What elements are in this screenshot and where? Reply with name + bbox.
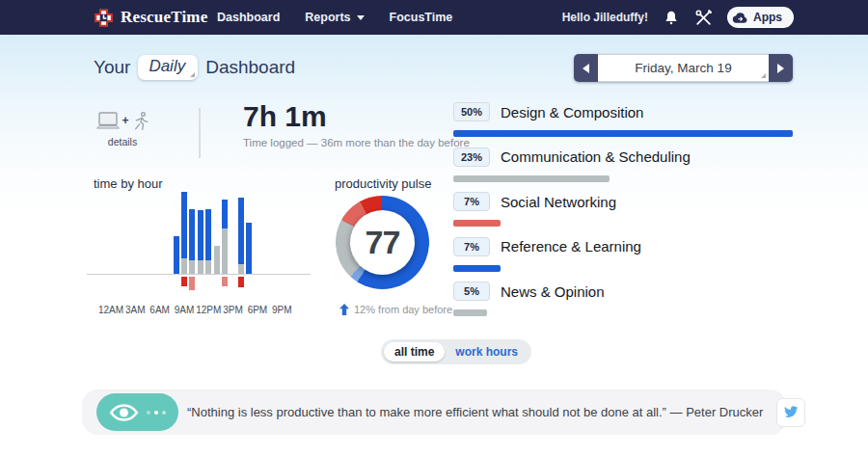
time-logged-block: 7h 1m Time logged — 36m more than the da… [243,99,470,148]
category-percent: 7% [453,237,490,256]
category-head: 5% News & Opinion [453,282,800,301]
category-label[interactable]: Design & Composition [501,104,643,121]
period-selector-value: Daily [149,57,185,75]
prev-day-button[interactable] [574,54,598,82]
bell-icon [664,10,679,26]
category-item: 23% Communication & Scheduling [453,148,800,193]
settings-button[interactable] [694,9,713,27]
category-label[interactable]: Reference & Learning [501,238,641,255]
period-selector[interactable]: Daily [138,55,198,80]
cloud-arrow-icon [732,11,748,24]
ellipsis-dots-icon [147,411,166,415]
pulse-score: 77 [366,224,400,261]
category-bar [453,265,501,272]
category-bar [453,309,487,316]
quote-bar: “Nothing is less productive than to make… [82,389,786,435]
top-navbar: RescueTime Dashboard Reports FocusTime H… [0,0,868,35]
next-arrow-icon [777,64,784,73]
category-item: 5% News & Opinion [453,282,800,327]
nav-link-dashboard[interactable]: Dashboard [217,11,280,24]
title-suffix: Dashboard [205,57,295,78]
plus-sign: + [122,114,129,127]
time-logged-note: Time logged — 36m more than the day befo… [243,137,470,148]
notifications-button[interactable] [664,10,679,26]
twitter-bird-icon [784,406,799,418]
summary-divider [199,108,201,158]
category-head: 7% Reference & Learning [453,237,800,256]
category-label[interactable]: Social Networking [501,194,616,210]
details-icons: + [95,108,149,133]
quote-text: “Nothing is less productive than to make… [187,405,763,419]
category-label[interactable]: Communication & Scheduling [501,148,691,165]
apps-button[interactable]: Apps [728,8,793,27]
dropdown-corner-icon [190,72,195,77]
category-bar [453,220,501,227]
prev-arrow-icon [583,64,589,73]
laptop-icon [95,111,121,130]
apps-button-label: Apps [753,11,782,24]
brand-wordmark: RescueTime [121,8,207,27]
category-head: 50% Design & Composition [453,102,800,121]
nav-link-focustime[interactable]: FocusTime [390,11,453,24]
tab-all-time[interactable]: all time [384,342,445,362]
pulse-title: productivity pulse [335,176,431,191]
hour-chart-title: time by hour [94,176,163,191]
hour-chart-x-labels: 12AM3AM6AM9AM12PM3PM6PM9PM [87,305,311,316]
category-label[interactable]: News & Opinion [501,283,605,300]
focus-eye-pill[interactable] [96,393,178,431]
category-item: 7% Social Networking [453,192,800,237]
date-field[interactable]: Friday, March 19 [598,54,769,82]
date-dropdown-corner-icon [761,73,766,78]
category-head: 7% Social Networking [453,192,800,211]
hour-chart [87,191,311,275]
nav-links: Dashboard Reports FocusTime [217,0,452,35]
pulse-donut-hole: 77 [350,210,415,275]
arrow-up-icon [339,304,349,315]
title-prefix: Your [94,57,130,78]
rescuetime-daily-dashboard: RescueTime Dashboard Reports FocusTime H… [0,0,868,456]
category-item: 50% Design & Composition [453,102,800,148]
nav-right-cluster: Hello Jilleduffy! Apps [562,0,793,35]
pulse-change: 12% from day before [339,304,452,315]
details-label: details [95,136,149,148]
date-picker: Friday, March 19 [574,54,793,82]
next-day-button[interactable] [769,54,793,82]
category-list: 50% Design & Composition 23% Communicati… [453,102,800,327]
category-percent: 23% [453,148,490,167]
category-bar [453,130,793,137]
category-percent: 5% [453,282,490,301]
eye-icon [109,403,139,422]
page-title: Your Daily Dashboard [94,55,295,80]
tab-work-hours[interactable]: work hours [445,342,529,362]
runner-icon [131,110,150,132]
category-bar [453,175,610,182]
rescuetime-brand[interactable]: RescueTime [94,0,207,35]
rescuetime-cross-clock-icon [94,8,114,28]
nav-link-reports[interactable]: Reports [305,11,364,24]
category-item: 7% Reference & Learning [453,237,800,282]
pulse-change-text: 12% from day before [354,304,452,315]
category-percent: 50% [453,102,490,121]
category-head: 23% Communication & Scheduling [453,148,800,167]
date-label: Friday, March 19 [635,61,731,75]
time-scope-tabs: all time work hours [381,339,531,364]
details-link[interactable]: + details [95,108,149,148]
category-percent: 7% [453,192,490,211]
user-greeting: Hello Jilleduffy! [562,11,648,24]
tweet-quote-button[interactable] [776,398,805,427]
tools-icon [694,9,713,27]
caret-down-icon [357,15,365,20]
pulse-donut-chart: 77 [336,196,429,289]
time-logged-value: 7h 1m [243,99,470,134]
